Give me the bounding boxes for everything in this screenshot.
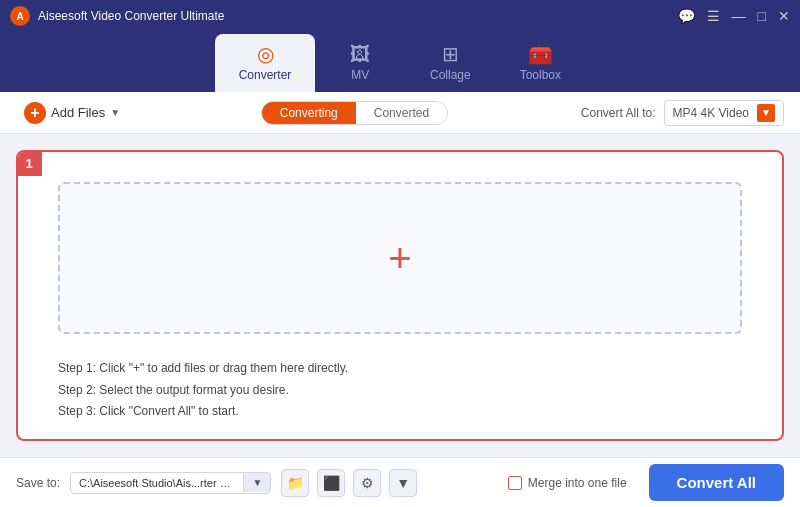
close-button[interactable]: ✕ — [778, 8, 790, 24]
settings-dropdown-icon[interactable]: ▼ — [389, 469, 417, 497]
main-content: 1 + Step 1: Click "+" to add files or dr… — [0, 134, 800, 457]
maximize-button[interactable]: □ — [758, 8, 766, 24]
app-title: Aiseesoft Video Converter Ultimate — [38, 9, 678, 23]
title-bar: A Aiseesoft Video Converter Ultimate 💬 ☰… — [0, 0, 800, 32]
format-dropdown[interactable]: MP4 4K Video ▼ — [664, 100, 785, 126]
tab-converter[interactable]: ◎ Converter — [215, 34, 316, 92]
container-number: 1 — [16, 150, 42, 176]
merge-label: Merge into one file — [528, 476, 627, 490]
add-files-label: Add Files — [51, 105, 105, 120]
tab-toolbox-label: Toolbox — [520, 68, 561, 82]
settings-icon[interactable]: ⚙ — [353, 469, 381, 497]
format-value: MP4 4K Video — [673, 106, 750, 120]
tab-converter-label: Converter — [239, 68, 292, 82]
converter-icon: ◎ — [257, 42, 274, 66]
tab-switcher: Converting Converted — [261, 101, 448, 125]
step-1: Step 1: Click "+" to add files or drag t… — [58, 358, 742, 380]
nav-bar: ◎ Converter 🖼 MV ⊞ Collage 🧰 Toolbox — [0, 32, 800, 92]
app-logo: A — [10, 6, 30, 26]
menu-icon[interactable]: ☰ — [707, 8, 720, 24]
collage-icon: ⊞ — [442, 42, 459, 66]
bottom-bar: Save to: C:\Aiseesoft Studio\Ais...rter … — [0, 457, 800, 507]
toolbar-right: Convert All to: MP4 4K Video ▼ — [581, 100, 784, 126]
chat-icon[interactable]: 💬 — [678, 8, 695, 24]
folder-open-icon[interactable]: 📁 — [281, 469, 309, 497]
minimize-button[interactable]: — — [732, 8, 746, 24]
convert-all-button[interactable]: Convert All — [649, 464, 784, 501]
converted-tab[interactable]: Converted — [356, 102, 447, 124]
step-2: Step 2: Select the output format you des… — [58, 380, 742, 402]
add-files-button[interactable]: + Add Files ▼ — [16, 98, 128, 128]
drop-zone-plus-icon: + — [388, 238, 411, 278]
mv-icon: 🖼 — [350, 43, 370, 66]
drop-zone[interactable]: + — [58, 182, 742, 334]
window-controls: 💬 ☰ — □ ✕ — [678, 8, 790, 24]
bottom-icons: 📁 ⬛ ⚙ ▼ — [281, 469, 417, 497]
tab-collage-label: Collage — [430, 68, 471, 82]
save-path-text: C:\Aiseesoft Studio\Ais...rter Ultimate\… — [71, 473, 243, 493]
tab-mv-label: MV — [351, 68, 369, 82]
steps-area: Step 1: Click "+" to add files or drag t… — [18, 350, 782, 439]
step-3: Step 3: Click "Convert All" to start. — [58, 401, 742, 423]
tab-collage[interactable]: ⊞ Collage — [405, 34, 495, 92]
add-files-plus-icon: + — [24, 102, 46, 124]
toolbar: + Add Files ▼ Converting Converted Conve… — [0, 92, 800, 134]
save-path-arrow[interactable]: ▼ — [243, 473, 270, 492]
tab-toolbox[interactable]: 🧰 Toolbox — [495, 34, 585, 92]
merge-option: Merge into one file — [427, 476, 626, 490]
file-convert-icon[interactable]: ⬛ — [317, 469, 345, 497]
convert-all-to-label: Convert All to: — [581, 106, 656, 120]
converting-tab[interactable]: Converting — [262, 102, 356, 124]
save-to-label: Save to: — [16, 476, 60, 490]
toolbox-icon: 🧰 — [528, 42, 553, 66]
tab-mv[interactable]: 🖼 MV — [315, 35, 405, 92]
format-dropdown-arrow: ▼ — [757, 104, 775, 122]
add-files-dropdown-arrow: ▼ — [110, 107, 120, 118]
merge-checkbox[interactable] — [508, 476, 522, 490]
drop-zone-container: 1 + Step 1: Click "+" to add files or dr… — [16, 150, 784, 441]
toolbar-center: Converting Converted — [138, 101, 571, 125]
save-path-dropdown[interactable]: C:\Aiseesoft Studio\Ais...rter Ultimate\… — [70, 472, 271, 494]
